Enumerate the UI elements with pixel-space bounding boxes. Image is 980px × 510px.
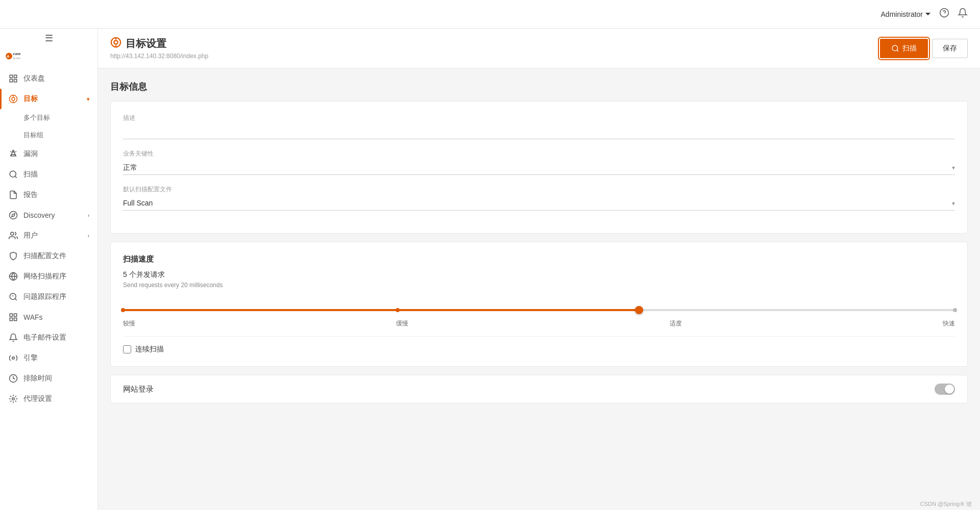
hamburger-button[interactable]: ☰	[0, 29, 97, 48]
svg-rect-25	[10, 318, 12, 321]
email-settings-label: 电子邮件设置	[23, 333, 89, 342]
sidebar-item-scan-profiles[interactable]: 扫描配置文件	[0, 246, 97, 266]
scan-profile-field: 默认扫描配置文件 Full Scan High Risk Vulnerabili…	[123, 185, 955, 211]
svg-point-31	[114, 40, 117, 44]
toggle-knob	[945, 385, 954, 394]
notification-button[interactable]	[958, 8, 968, 20]
bug-icon	[8, 149, 18, 159]
description-label: 描述	[123, 114, 955, 122]
business-select[interactable]: 正常 低 高 严重	[123, 160, 955, 175]
svg-text:A: A	[7, 54, 10, 59]
header-actions: 扫描 保存	[880, 39, 968, 58]
sidebar-item-vulnerabilities[interactable]: 漏洞	[0, 144, 97, 164]
svg-rect-23	[10, 314, 12, 316]
label-slower: 较慢	[123, 319, 135, 328]
discovery-label: Discovery	[23, 211, 83, 219]
svg-rect-24	[14, 314, 17, 316]
svg-marker-16	[12, 214, 15, 217]
svg-point-27	[12, 357, 15, 360]
sidebar-item-users[interactable]: 用户 ›	[0, 225, 97, 246]
shield-icon	[8, 251, 18, 261]
help-button[interactable]	[939, 8, 949, 20]
sidebar-item-email-settings[interactable]: 电子邮件设置	[0, 327, 97, 348]
svg-point-29	[12, 398, 15, 400]
admin-menu-button[interactable]: Administrator	[881, 10, 931, 18]
sidebar-item-discovery[interactable]: Discovery ›	[0, 205, 97, 225]
page-title-area: 目标设置	[110, 37, 208, 50]
svg-point-14	[10, 171, 16, 177]
svg-point-15	[10, 212, 17, 219]
website-login-header: 网站登录	[111, 375, 967, 403]
sidebar-item-scan[interactable]: 扫描	[0, 164, 97, 185]
users-chevron: ›	[88, 233, 89, 239]
clock-icon	[8, 373, 18, 384]
exclusions-label: 排除时间	[23, 374, 89, 383]
scan-profile-label: 默认扫描配置文件	[123, 185, 955, 194]
send-interval-label: Send requests every 20 milliseconds	[123, 282, 955, 289]
engines-label: 引擎	[23, 353, 89, 363]
sidebar-item-multi-targets[interactable]: 多个目标	[0, 109, 97, 126]
admin-label: Administrator	[881, 10, 923, 18]
svg-rect-26	[14, 318, 17, 321]
acunetix-logo: A cunetix by Invicti	[4, 48, 20, 64]
discovery-chevron: ›	[88, 213, 89, 218]
slider-dot-1	[121, 308, 125, 312]
dashboard-icon	[8, 73, 18, 84]
sidebar-item-proxy[interactable]: 代理设置	[0, 389, 97, 409]
issue-tracker-icon	[8, 292, 18, 302]
proxy-label: 代理设置	[23, 394, 89, 403]
slider-dot-2	[396, 308, 400, 312]
sidebar-item-reports[interactable]: 报告	[0, 185, 97, 205]
logo-area: A cunetix by Invicti	[0, 48, 97, 64]
svg-rect-7	[14, 75, 17, 78]
engines-icon	[8, 353, 18, 363]
sidebar-item-targets[interactable]: 目标 ▾	[0, 89, 97, 109]
label-moderate: 适度	[670, 319, 682, 328]
scan-button-label: 扫描	[902, 44, 917, 53]
sidebar-item-target-groups[interactable]: 目标组	[0, 126, 97, 144]
slider-dot-3	[953, 308, 957, 312]
page-title: 目标设置	[126, 37, 166, 50]
sidebar-item-issue-trackers[interactable]: 问题跟踪程序	[0, 287, 97, 307]
target-settings-icon	[110, 37, 121, 50]
sidebar-item-wafs[interactable]: WAFs	[0, 307, 97, 327]
vulnerabilities-label: 漏洞	[23, 149, 89, 159]
svg-point-17	[11, 232, 14, 235]
compass-icon	[8, 210, 18, 220]
continuous-scan-checkbox[interactable]	[123, 345, 131, 353]
business-criticality-field: 业务关键性 正常 低 高 严重 ▾	[123, 149, 955, 175]
continuous-scan-row: 连续扫描	[123, 345, 955, 354]
description-field: 描述	[123, 114, 955, 139]
scan-profile-select[interactable]: Full Scan High Risk Vulnerabilities XSS …	[123, 196, 955, 211]
slider-thumb[interactable]	[635, 306, 643, 314]
sidebar-item-network-scanners[interactable]: 网络扫描程序	[0, 266, 97, 287]
description-input[interactable]	[123, 124, 955, 139]
wafs-label: WAFs	[23, 313, 89, 321]
scan-speed-title: 扫描速度	[123, 254, 955, 264]
website-login-toggle[interactable]	[935, 384, 955, 395]
scan-icon	[8, 169, 18, 180]
target-info-card: 描述 业务关键性 正常 低 高 严重 ▾	[110, 101, 968, 234]
section-title: 目标信息	[110, 81, 968, 93]
label-fast: 快速	[943, 319, 955, 328]
targets-label: 目标	[23, 94, 82, 104]
svg-point-11	[12, 97, 15, 100]
app-layout: ☰ A cunetix by Invicti 仪表盘	[0, 29, 980, 510]
sidebar-item-dashboard[interactable]: 仪表盘	[0, 68, 97, 89]
sidebar-item-engines[interactable]: 引擎	[0, 348, 97, 368]
website-login-card: 网站登录	[110, 375, 968, 403]
business-select-wrapper: 正常 低 高 严重 ▾	[123, 160, 955, 175]
scan-button[interactable]: 扫描	[880, 39, 928, 58]
website-login-title: 网站登录	[123, 385, 154, 394]
slider-area: 较慢 缓慢 适度 快速	[123, 297, 955, 336]
scan-profiles-label: 扫描配置文件	[23, 251, 89, 261]
svg-rect-6	[10, 75, 12, 78]
slider-track-filled	[123, 309, 639, 311]
users-label: 用户	[23, 231, 83, 240]
sidebar-item-exclusions[interactable]: 排除时间	[0, 368, 97, 389]
page-subtitle: http://43.142.140.32:8080/index.php	[110, 53, 208, 60]
reports-label: 报告	[23, 190, 89, 199]
active-indicator	[0, 89, 2, 109]
page-header-left: 目标设置 http://43.142.140.32:8080/index.php	[110, 37, 208, 60]
save-button[interactable]: 保存	[932, 39, 968, 58]
